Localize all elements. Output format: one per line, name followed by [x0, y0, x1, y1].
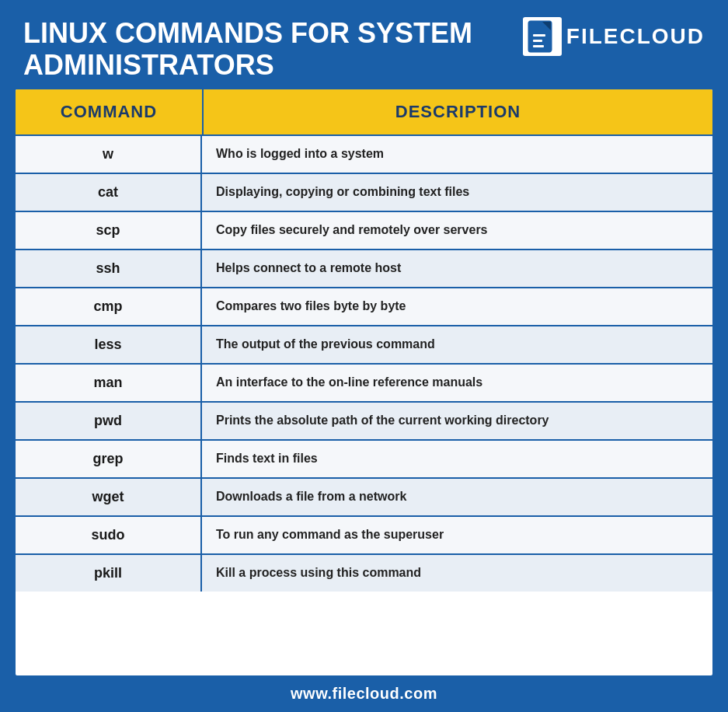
description-column-header: DESCRIPTION [202, 89, 712, 134]
description-cell: Prints the absolute path of the current … [202, 403, 712, 439]
description-cell: To run any command as the superuser [202, 517, 712, 553]
command-cell: cat [16, 174, 202, 211]
command-cell: sudo [16, 517, 202, 553]
svg-rect-2 [533, 34, 545, 37]
table-body: wWho is logged into a systemcatDisplayin… [16, 134, 712, 592]
command-cell: grep [16, 441, 202, 477]
page-footer: www.filecloud.com [0, 675, 728, 712]
command-cell: cmp [16, 288, 202, 325]
command-cell: w [16, 136, 202, 173]
table-row: pwdPrints the absolute path of the curre… [16, 401, 712, 439]
command-cell: pkill [16, 555, 202, 592]
description-cell: Downloads a file from a network [202, 479, 712, 515]
logo-wordmark: FILECLOUD [566, 24, 705, 49]
logo: FILECLOUD [523, 17, 705, 56]
table-row: manAn interface to the on-line reference… [16, 363, 712, 401]
description-cell: Kill a process using this command [202, 555, 712, 592]
table-row: lessThe output of the previous command [16, 325, 712, 363]
description-cell: Displaying, copying or combining text fi… [202, 174, 712, 211]
command-cell: wget [16, 479, 202, 515]
table-row: scpCopy files securely and remotely over… [16, 211, 712, 249]
table-row: cmpCompares two files byte by byte [16, 287, 712, 325]
table-row: pkillKill a process using this command [16, 553, 712, 592]
table-row: sshHelps connect to a remote host [16, 249, 712, 287]
page-header: LINUX COMMANDS FOR SYSTEM ADMINISTRATORS… [0, 0, 728, 89]
svg-rect-4 [533, 45, 544, 47]
description-cell: Finds text in files [202, 441, 712, 477]
table-row: wWho is logged into a system [16, 134, 712, 173]
table-row: grepFinds text in files [16, 439, 712, 477]
description-cell: Copy files securely and remotely over se… [202, 212, 712, 249]
command-column-header: COMMAND [16, 89, 202, 134]
page-container: LINUX COMMANDS FOR SYSTEM ADMINISTRATORS… [0, 0, 728, 712]
command-cell: man [16, 365, 202, 401]
command-cell: pwd [16, 403, 202, 439]
description-cell: Who is logged into a system [202, 136, 712, 173]
table-row: catDisplaying, copying or combining text… [16, 173, 712, 211]
description-cell: Compares two files byte by byte [202, 288, 712, 325]
page-title: LINUX COMMANDS FOR SYSTEM ADMINISTRATORS [23, 17, 472, 82]
table-row: sudoTo run any command as the superuser [16, 515, 712, 553]
logo-icon [523, 17, 562, 56]
description-cell: An interface to the on-line reference ma… [202, 365, 712, 401]
content-card: COMMAND DESCRIPTION wWho is logged into … [16, 89, 712, 675]
description-cell: Helps connect to a remote host [202, 250, 712, 287]
table-row: wgetDownloads a file from a network [16, 477, 712, 515]
command-cell: less [16, 326, 202, 363]
command-cell: scp [16, 212, 202, 249]
svg-rect-3 [533, 40, 542, 42]
command-cell: ssh [16, 250, 202, 287]
table-header-row: COMMAND DESCRIPTION [16, 89, 712, 134]
description-cell: The output of the previous command [202, 326, 712, 363]
commands-table: COMMAND DESCRIPTION wWho is logged into … [16, 89, 712, 592]
